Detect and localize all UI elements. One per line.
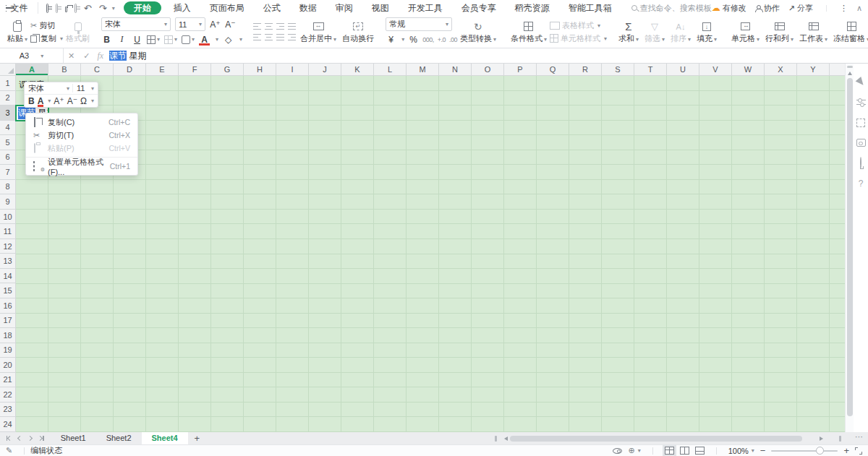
sum-button[interactable]: Σ 求和▾ <box>616 17 642 46</box>
column-header-P[interactable]: P <box>504 64 537 76</box>
first-sheet-icon[interactable] <box>7 436 12 441</box>
ribbon-tab-视图[interactable]: 视图 <box>362 0 399 16</box>
share-button[interactable]: ↗ 分享 <box>788 3 813 14</box>
mini-font-color-button[interactable]: A <box>38 96 44 106</box>
help-icon[interactable]: ? <box>856 179 866 189</box>
merge-center-button[interactable]: 合并居中▾ <box>297 17 339 46</box>
column-header-T[interactable]: T <box>634 64 667 76</box>
percent-button[interactable]: % <box>408 35 419 45</box>
pointer-icon[interactable] <box>856 77 867 87</box>
underline-button[interactable]: U <box>132 35 142 45</box>
row-header-19[interactable]: 19 <box>0 343 16 358</box>
row-header-22[interactable]: 22 <box>0 387 16 403</box>
column-header-C[interactable]: C <box>81 64 114 76</box>
column-header-L[interactable]: L <box>374 64 407 76</box>
column-header-V[interactable]: V <box>699 64 732 76</box>
macro-record-icon[interactable]: ✎ <box>6 446 12 455</box>
table-style-button[interactable]: 表格样式▾ <box>550 20 607 31</box>
type-convert-button[interactable]: ↻ 类型转换▾ <box>457 17 499 46</box>
row-header-16[interactable]: 16 <box>0 298 16 314</box>
fullscreen-icon[interactable] <box>855 447 862 455</box>
mini-symbol-button[interactable]: Ω <box>80 96 87 106</box>
column-header-Q[interactable]: Q <box>537 64 569 76</box>
orientation-icon[interactable] <box>288 34 296 40</box>
italic-button[interactable]: I <box>116 34 127 45</box>
cut-button[interactable]: ✂剪切 <box>30 20 63 31</box>
freeze-panes-button[interactable]: 冻结窗格▾ <box>830 17 868 46</box>
screen-grid-icon[interactable]: ⊕ <box>628 446 634 455</box>
row-header-23[interactable]: 23 <box>0 403 16 418</box>
column-header-Y[interactable]: Y <box>797 64 830 76</box>
mini-bold-button[interactable]: B <box>28 96 35 106</box>
indent-decrease-icon[interactable] <box>276 23 284 30</box>
align-middle-icon[interactable] <box>265 23 273 30</box>
row-header-15[interactable]: 15 <box>0 283 16 298</box>
bold-button[interactable]: B <box>101 35 112 45</box>
last-sheet-icon[interactable] <box>38 436 43 441</box>
ribbon-tab-会员专享[interactable]: 会员专享 <box>452 0 506 16</box>
column-header-X[interactable]: X <box>765 64 797 76</box>
pane-split-handle[interactable] <box>847 66 853 68</box>
format-painter-button[interactable]: 格式刷 <box>63 17 93 46</box>
output-icon[interactable] <box>56 4 58 13</box>
cell-style-button[interactable]: 单元格样式▾ <box>550 33 607 44</box>
scroll-up-icon[interactable] <box>848 72 852 75</box>
align-justify-icon[interactable] <box>276 34 284 40</box>
column-header-J[interactable]: J <box>309 64 341 76</box>
font-grow-button[interactable]: A⁺ <box>210 20 221 30</box>
mini-font-shrink-button[interactable]: A⁻ <box>67 96 77 106</box>
paste-button[interactable]: 粘贴▾ <box>4 17 30 46</box>
column-header-U[interactable]: U <box>667 64 699 76</box>
cells-button[interactable]: 单元格▾ <box>728 17 762 46</box>
align-center-icon[interactable] <box>265 34 273 40</box>
cell-shading-button[interactable]: ▾ <box>164 35 177 44</box>
font-color-button[interactable]: A <box>199 35 210 45</box>
decrease-decimal-button[interactable]: .00 <box>449 36 457 43</box>
row-header-10[interactable]: 10 <box>0 210 16 225</box>
vertical-scroll-thumb[interactable] <box>847 78 853 416</box>
print-icon[interactable] <box>65 7 67 12</box>
rows-cols-button[interactable]: 行和列▾ <box>762 17 796 46</box>
pane-split-handle[interactable] <box>839 436 841 442</box>
fill-button[interactable]: ↓ 填充▾ <box>694 17 720 46</box>
row-header-8[interactable]: 8 <box>0 180 16 195</box>
font-name-select[interactable]: 宋体▾ <box>101 17 171 31</box>
pane-split-handle[interactable] <box>495 436 497 442</box>
row-header-21[interactable]: 21 <box>0 373 16 388</box>
context-menu-item[interactable]: 设置单元格格式(F)...Ctrl+1 <box>26 160 137 173</box>
context-menu-item[interactable]: ✂剪切(T)Ctrl+X <box>26 129 137 142</box>
prev-sheet-icon[interactable] <box>17 436 22 441</box>
scroll-left-icon[interactable] <box>504 436 508 441</box>
row-header-14[interactable]: 14 <box>0 269 16 284</box>
conditional-format-button[interactable]: 条件格式▾ <box>508 17 550 46</box>
properties-icon[interactable] <box>856 98 866 107</box>
row-header-9[interactable]: 9 <box>0 194 16 210</box>
row-header-11[interactable]: 11 <box>0 224 16 239</box>
column-header-D[interactable]: D <box>114 64 146 76</box>
collaborate-button[interactable]: 协作 <box>755 3 780 14</box>
column-header-R[interactable]: R <box>569 64 602 76</box>
sheet-tab-Sheet2[interactable]: Sheet2 <box>96 432 142 444</box>
sheetbar-more-icon[interactable]: ⋯ <box>855 432 864 442</box>
eye-protect-icon[interactable] <box>613 448 622 454</box>
row-header-18[interactable]: 18 <box>0 328 16 343</box>
align-top-icon[interactable] <box>253 23 261 30</box>
undo-icon[interactable]: ↶ <box>84 4 92 13</box>
ribbon-tab-数据[interactable]: 数据 <box>290 0 326 16</box>
zoom-slider[interactable] <box>771 450 838 452</box>
fx-icon[interactable]: fx <box>97 51 103 61</box>
row-header-13[interactable]: 13 <box>0 254 16 269</box>
preview-icon[interactable] <box>75 4 77 13</box>
horizontal-scrollbar[interactable] <box>502 435 835 442</box>
context-menu-item[interactable]: 复制(C)Ctrl+C <box>26 116 137 129</box>
indent-increase-icon[interactable] <box>288 23 296 30</box>
column-header-W[interactable]: W <box>732 64 765 76</box>
row-header-17[interactable]: 17 <box>0 314 16 329</box>
column-header-O[interactable]: O <box>472 64 504 76</box>
row-header-20[interactable]: 20 <box>0 358 16 373</box>
column-header-N[interactable]: N <box>439 64 472 76</box>
column-header-F[interactable]: F <box>179 64 211 76</box>
borders-button[interactable]: ▾ <box>147 35 160 44</box>
enter-icon[interactable]: ✓ <box>83 51 90 61</box>
zoom-in-button[interactable]: + <box>843 445 849 456</box>
